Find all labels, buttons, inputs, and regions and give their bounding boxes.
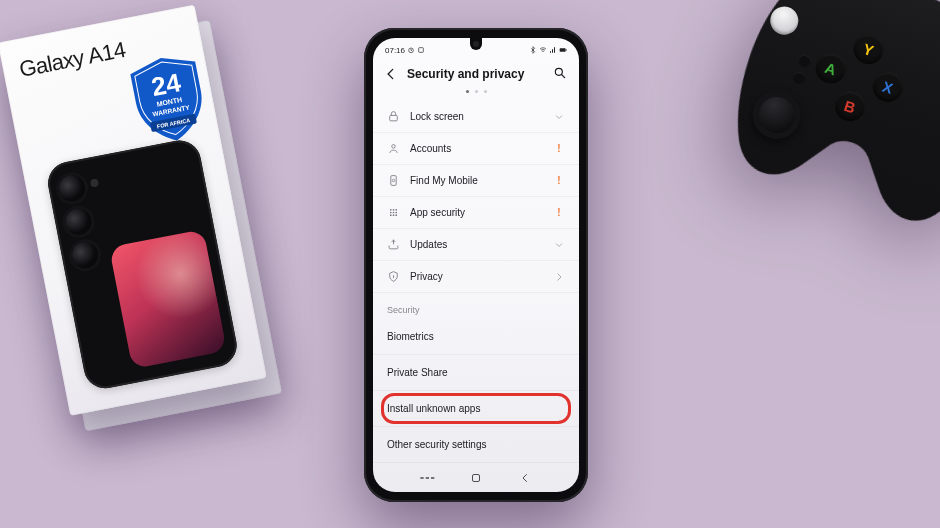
svg-rect-8 <box>391 176 396 186</box>
svg-rect-20 <box>421 477 424 478</box>
nav-home-button[interactable] <box>468 472 484 484</box>
svg-point-7 <box>392 145 395 148</box>
game-controller: Y X A B <box>709 0 940 243</box>
svg-point-18 <box>395 214 397 216</box>
svg-point-14 <box>393 212 395 214</box>
phone-screen: 07:16 Security and privacy <box>373 38 579 492</box>
row-lock-screen[interactable]: Lock screen <box>373 101 579 133</box>
svg-point-13 <box>390 212 392 214</box>
row-label: Install unknown apps <box>387 403 565 414</box>
row-label: Find My Mobile <box>410 175 543 186</box>
chevron-left-icon <box>384 67 398 81</box>
row-install-unknown-apps[interactable]: Install unknown apps <box>373 391 579 427</box>
product-box-phone-render <box>44 137 240 392</box>
controller-body <box>709 0 940 243</box>
svg-point-15 <box>395 212 397 214</box>
back-button[interactable] <box>383 66 399 82</box>
svg-rect-3 <box>560 48 566 51</box>
page-dot-active <box>466 90 469 93</box>
row-label: Other security settings <box>387 439 565 450</box>
row-label: Accounts <box>410 143 543 154</box>
status-icon-bt <box>529 46 537 54</box>
search-button[interactable] <box>553 66 569 82</box>
warn-icon: ! <box>553 175 565 186</box>
chevron-right-icon <box>553 271 565 283</box>
product-box-front: Galaxy A14 24 MONTH WARRANTY FOR AFRICA <box>0 5 267 416</box>
warn-icon: ! <box>553 207 565 218</box>
section-label-security: Security <box>373 293 579 319</box>
status-time: 07:16 <box>385 46 405 55</box>
row-label: Updates <box>410 239 543 250</box>
product-box: Galaxy A14 24 MONTH WARRANTY FOR AFRICA <box>0 1 294 455</box>
svg-point-11 <box>393 209 395 211</box>
header-title: Security and privacy <box>407 67 545 81</box>
chevron-down-icon <box>553 239 565 251</box>
updates-icon <box>387 238 400 251</box>
row-label: Biometrics <box>387 331 565 342</box>
svg-point-5 <box>555 68 562 75</box>
grid-icon <box>387 206 400 219</box>
product-box-flash <box>90 178 99 187</box>
nav-recents-button[interactable] <box>419 472 435 484</box>
product-box-title: Galaxy A14 <box>17 37 128 83</box>
page-dot <box>475 90 478 93</box>
phone-front-camera <box>473 41 479 47</box>
row-label: App security <box>410 207 543 218</box>
row-biometrics[interactable]: Biometrics <box>373 319 579 355</box>
warn-icon: ! <box>553 143 565 154</box>
status-icon-misc <box>417 46 425 54</box>
product-box-wallpaper <box>109 229 227 369</box>
row-find-my-mobile[interactable]: Find My Mobile ! <box>373 165 579 197</box>
page-indicator <box>373 86 579 101</box>
row-accounts[interactable]: Accounts ! <box>373 133 579 165</box>
status-icon-alarm <box>407 46 415 54</box>
status-icon-wifi <box>539 46 547 54</box>
settings-list[interactable]: Lock screen Accounts ! Find My Mobile ! … <box>373 101 579 464</box>
svg-point-12 <box>395 209 397 211</box>
svg-rect-22 <box>431 477 434 478</box>
privacy-icon <box>387 270 400 283</box>
phone-frame: 07:16 Security and privacy <box>364 28 588 502</box>
lock-icon <box>387 110 400 123</box>
svg-point-17 <box>393 214 395 216</box>
svg-point-16 <box>390 214 392 216</box>
svg-rect-2 <box>419 48 424 53</box>
row-app-security[interactable]: App security ! <box>373 197 579 229</box>
svg-rect-6 <box>390 115 398 120</box>
header: Security and privacy <box>373 58 579 86</box>
page-dot <box>484 90 487 93</box>
search-icon <box>553 66 567 80</box>
nav-back-button[interactable] <box>517 472 533 484</box>
row-label: Lock screen <box>410 111 543 122</box>
svg-rect-21 <box>426 477 429 478</box>
row-private-share[interactable]: Private Share <box>373 355 579 391</box>
status-icon-battery <box>559 46 567 54</box>
row-label: Private Share <box>387 367 565 378</box>
svg-rect-4 <box>566 49 567 50</box>
warranty-badge: 24 MONTH WARRANTY FOR AFRICA <box>124 49 213 150</box>
status-icon-signal <box>549 46 557 54</box>
row-privacy[interactable]: Privacy <box>373 261 579 293</box>
android-navbar <box>373 464 579 492</box>
row-other-security-settings[interactable]: Other security settings <box>373 427 579 463</box>
row-label: Privacy <box>410 271 543 282</box>
find-icon <box>387 174 400 187</box>
person-icon <box>387 142 400 155</box>
svg-point-19 <box>393 275 394 276</box>
chevron-down-icon <box>553 111 565 123</box>
svg-point-9 <box>392 179 394 181</box>
svg-rect-23 <box>472 475 479 482</box>
product-box-camera-stack <box>57 173 100 270</box>
svg-point-10 <box>390 209 392 211</box>
row-updates[interactable]: Updates <box>373 229 579 261</box>
